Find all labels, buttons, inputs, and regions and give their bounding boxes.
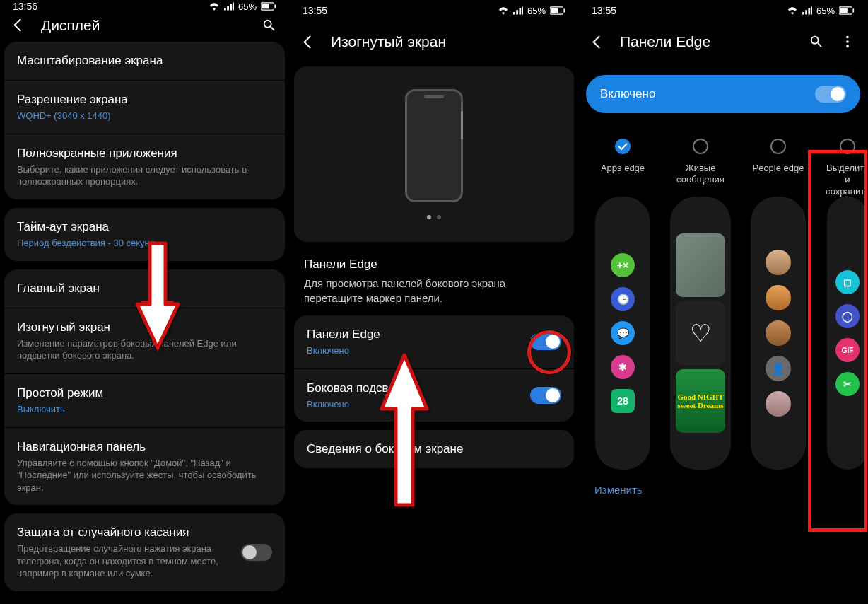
header: Панели Edge bbox=[579, 21, 867, 62]
battery-icon bbox=[550, 6, 565, 15]
person-avatar bbox=[766, 285, 791, 310]
svg-rect-4 bbox=[551, 8, 558, 13]
tool-icon: ◻ bbox=[835, 270, 860, 294]
panel-apps-edge[interactable]: Apps edge +× 🕒 💬 ✱ 28 bbox=[590, 139, 655, 470]
item-screen-timeout[interactable]: Тайм-аут экрана Период бездействия - 30 … bbox=[4, 208, 285, 261]
battery-pct: 65% bbox=[238, 1, 257, 12]
search-icon bbox=[262, 18, 277, 33]
wifi-icon bbox=[209, 2, 220, 11]
app-icon: ✱ bbox=[611, 355, 635, 379]
search-button[interactable] bbox=[807, 32, 826, 52]
signal-icon bbox=[802, 6, 812, 15]
item-edge-screen[interactable]: Изогнутый экран Изменение параметров бок… bbox=[4, 308, 285, 373]
panel-label: Apps edge bbox=[601, 163, 645, 185]
battery-icon bbox=[839, 6, 855, 15]
panel-checkbox[interactable] bbox=[693, 139, 708, 154]
svg-rect-5 bbox=[563, 8, 565, 12]
item-edge-lighting[interactable]: Боковая подсветка Включено bbox=[294, 368, 574, 422]
panel-label: Выделить и сохранить bbox=[823, 163, 867, 185]
edge-description: Панели Edge Для просмотра панелей боково… bbox=[290, 246, 578, 314]
status-bar: 13:56 65% bbox=[0, 0, 289, 13]
panel-label: People edge bbox=[752, 163, 804, 185]
svg-rect-1 bbox=[262, 4, 269, 9]
panels-row: Apps edge +× 🕒 💬 ✱ 28 Живые сообщения ♡ … bbox=[579, 117, 867, 474]
page-title: Дисплей bbox=[41, 17, 100, 34]
svg-rect-7 bbox=[840, 8, 848, 13]
panel-label: Живые сообщения bbox=[668, 163, 733, 185]
wifi-icon bbox=[498, 6, 509, 15]
status-time: 13:56 bbox=[13, 1, 37, 12]
svg-point-10 bbox=[846, 40, 849, 43]
panel-live-messages[interactable]: Живые сообщения ♡ Good NIGHT sweet Dream… bbox=[668, 139, 733, 470]
person-avatar bbox=[766, 391, 791, 417]
signal-icon bbox=[513, 6, 523, 15]
master-toggle-row[interactable]: Включено bbox=[586, 75, 860, 113]
panel-preview-tools: ◻ ◯ GIF ✂ bbox=[827, 197, 867, 470]
master-toggle-label: Включено bbox=[600, 87, 655, 101]
app-icon: +× bbox=[611, 253, 635, 277]
phone-mock-icon bbox=[405, 89, 463, 202]
item-screen-zoom[interactable]: Масштабирование экрана bbox=[4, 42, 285, 80]
toggle-edge-lighting[interactable] bbox=[530, 387, 561, 404]
status-bar: 13:55 65% bbox=[290, 0, 578, 21]
panel-checkbox[interactable] bbox=[615, 139, 631, 154]
item-fullscreen-apps[interactable]: Полноэкранные приложения Выберите, какие… bbox=[4, 134, 285, 199]
item-about-edge[interactable]: Сведения о боковом экране bbox=[294, 430, 574, 468]
panel-people-edge[interactable]: People edge 👤 bbox=[746, 139, 811, 470]
toggle-accidental-touch[interactable] bbox=[241, 544, 272, 561]
more-button[interactable] bbox=[838, 32, 857, 52]
item-subtitle: WQHD+ (3040 х 1440) bbox=[17, 110, 272, 122]
settings-list: Масштабирование экрана Разрешение экрана… bbox=[0, 37, 289, 604]
screen-display-settings: 13:56 65% Дисплей Масштабирование экрана… bbox=[0, 0, 289, 604]
item-home-screen[interactable]: Главный экран bbox=[4, 269, 285, 308]
edge-preview bbox=[294, 66, 574, 242]
header: Дисплей bbox=[0, 13, 289, 37]
search-icon bbox=[809, 34, 824, 50]
tool-icon: GIF bbox=[835, 338, 860, 362]
status-right: 65% bbox=[209, 1, 276, 12]
back-icon[interactable] bbox=[10, 16, 30, 35]
back-icon[interactable] bbox=[300, 32, 319, 52]
screen-edge-panels: 13:55 65% Панели Edge Включено Apps edge… bbox=[578, 0, 867, 604]
toggle-edge-panels[interactable] bbox=[530, 333, 561, 350]
panel-checkbox[interactable] bbox=[840, 139, 855, 154]
signal-icon bbox=[224, 2, 234, 11]
page-title: Изогнутый экран bbox=[331, 33, 446, 50]
status-time: 13:55 bbox=[303, 5, 327, 16]
panel-preview-gifs: ♡ Good NIGHT sweet Dreams bbox=[670, 197, 731, 470]
app-icon: 28 bbox=[611, 389, 635, 413]
item-resolution[interactable]: Разрешение экрана WQHD+ (3040 х 1440) bbox=[4, 80, 285, 134]
more-icon bbox=[840, 34, 855, 50]
item-easy-mode[interactable]: Простой режим Выключить bbox=[4, 373, 285, 427]
svg-point-11 bbox=[846, 45, 849, 48]
status-bar: 13:55 65% bbox=[579, 0, 867, 21]
svg-rect-2 bbox=[274, 4, 276, 8]
person-avatar: 👤 bbox=[766, 356, 791, 381]
status-time: 13:55 bbox=[592, 5, 616, 16]
wifi-icon bbox=[787, 6, 798, 15]
svg-point-9 bbox=[846, 36, 849, 39]
header: Изогнутый экран bbox=[290, 21, 578, 62]
panel-smart-select[interactable]: Выделить и сохранить ◻ ◯ GIF ✂ bbox=[823, 139, 867, 470]
panel-preview-apps: +× 🕒 💬 ✱ 28 bbox=[595, 197, 650, 470]
gif-card: ♡ bbox=[676, 301, 725, 365]
battery-icon bbox=[261, 2, 276, 11]
gif-card: Good NIGHT sweet Dreams bbox=[676, 369, 725, 433]
search-button[interactable] bbox=[259, 16, 279, 35]
item-edge-panels[interactable]: Панели Edge Включено bbox=[294, 315, 574, 368]
panel-checkbox[interactable] bbox=[770, 139, 786, 154]
app-icon: 💬 bbox=[611, 321, 635, 345]
person-avatar bbox=[766, 320, 791, 346]
item-title: Разрешение экрана bbox=[17, 92, 272, 108]
tool-icon: ✂ bbox=[835, 372, 860, 396]
master-toggle[interactable] bbox=[815, 86, 846, 103]
gif-card bbox=[676, 233, 725, 297]
app-icon: 🕒 bbox=[611, 287, 635, 311]
svg-rect-8 bbox=[852, 8, 854, 12]
item-accidental-touch[interactable]: Защита от случайного касания Предотвраще… bbox=[4, 513, 285, 591]
edit-link[interactable]: Изменить bbox=[579, 474, 867, 506]
item-navigation-bar[interactable]: Навигационная панель Управляйте с помощь… bbox=[4, 427, 285, 506]
back-icon[interactable] bbox=[589, 32, 609, 52]
page-title: Панели Edge bbox=[620, 33, 710, 50]
screen-edge-settings: 13:55 65% Изогнутый экран Панели Edge Дл… bbox=[289, 0, 578, 604]
